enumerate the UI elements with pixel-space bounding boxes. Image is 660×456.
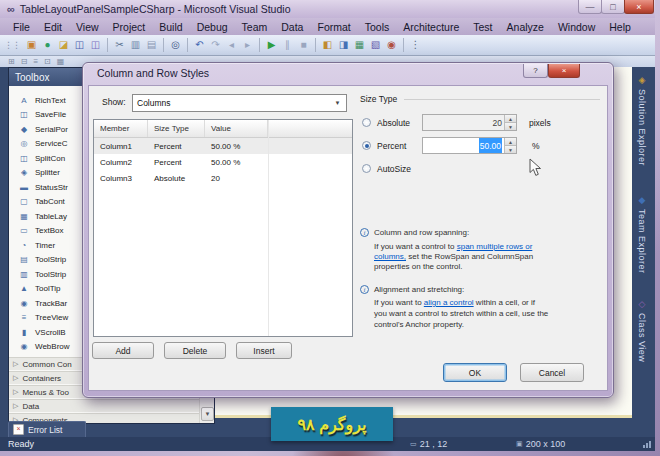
- spin-up-icon[interactable]: ▲: [504, 115, 516, 122]
- menu-format[interactable]: Format: [310, 20, 357, 34]
- menu-tools[interactable]: Tools: [358, 20, 397, 34]
- show-dropdown[interactable]: Columns ▼: [132, 94, 347, 112]
- toolbox-category-data[interactable]: ▷Data: [9, 399, 202, 412]
- toolbox-item-serialport[interactable]: ◆SerialPor: [19, 123, 68, 136]
- navigate-forward-icon[interactable]: ▸: [240, 37, 255, 53]
- absolute-radio[interactable]: [362, 118, 371, 127]
- minimize-button[interactable]: —: [578, 0, 602, 14]
- add-item-icon[interactable]: ●: [40, 37, 55, 53]
- align-left-icon[interactable]: ⊞: [8, 57, 15, 66]
- table-row[interactable]: Column1 Percent 50.00 %: [94, 138, 352, 154]
- new-project-icon[interactable]: ▣: [24, 37, 39, 53]
- snap-grid-icon[interactable]: ⊡: [44, 57, 51, 66]
- tab-class-view[interactable]: ◇ Class View: [631, 299, 653, 362]
- maximize-icon: □: [610, 2, 615, 12]
- toolbox-item-splitter[interactable]: ◈Splitter: [19, 166, 60, 179]
- toolbox-item-vscrollbar[interactable]: ▮VScrollB: [19, 326, 66, 339]
- scroll-down-button[interactable]: ▼: [201, 407, 214, 421]
- error-list-label: Error List: [28, 425, 62, 435]
- open-file-icon[interactable]: ◪: [56, 37, 71, 53]
- paste-icon[interactable]: ▤: [144, 37, 159, 53]
- header-value[interactable]: Value: [205, 120, 268, 137]
- toolbox-item-toolstripcontainer[interactable]: ▥ToolStrip: [19, 268, 66, 281]
- start-debug-icon[interactable]: ▶: [264, 37, 279, 53]
- menu-view[interactable]: View: [69, 20, 106, 34]
- menu-data[interactable]: Data: [274, 20, 310, 34]
- extensions-icon[interactable]: ▧: [368, 37, 383, 53]
- error-list-window-icon[interactable]: ◉: [384, 37, 399, 53]
- maximize-button[interactable]: □: [601, 0, 625, 14]
- layout-grid-icon[interactable]: ▦: [57, 57, 65, 66]
- toolbox-item-tooltip[interactable]: ▲ToolTip: [19, 282, 61, 295]
- spin-down-icon[interactable]: ▼: [504, 122, 516, 130]
- percent-value-spinner[interactable]: 50.00 ▲▼: [422, 137, 517, 154]
- menu-window[interactable]: Window: [551, 20, 602, 34]
- toolbox-item-savefiledialog[interactable]: ◫SaveFile: [19, 108, 66, 121]
- menu-edit[interactable]: Edit: [37, 20, 69, 34]
- menu-analyze[interactable]: Analyze: [500, 20, 551, 34]
- properties-window-icon[interactable]: ◨: [336, 37, 351, 53]
- toolbox-item-trackbar[interactable]: ◉TrackBar: [19, 297, 67, 310]
- menu-architecture[interactable]: Architecture: [396, 20, 466, 34]
- span-rows-columns-link[interactable]: span multiple rows or: [457, 242, 533, 251]
- span-rows-columns-link[interactable]: columns,: [374, 252, 406, 261]
- menu-project[interactable]: Project: [106, 20, 153, 34]
- spin-up-icon[interactable]: ▲: [504, 138, 516, 145]
- menu-team[interactable]: Team: [235, 20, 275, 34]
- redo-icon[interactable]: ↷: [208, 37, 223, 53]
- toolbox-item-statusstrip[interactable]: ▬StatusStr: [19, 181, 68, 194]
- toolbox-item-richtextbox[interactable]: ARichText: [19, 94, 66, 107]
- make-same-size-icon[interactable]: ≡: [33, 57, 38, 66]
- save-icon[interactable]: ◫: [72, 37, 87, 53]
- stop-icon[interactable]: ■: [296, 37, 311, 53]
- toolbox-item-tabcontrol[interactable]: ▢TabCont: [19, 195, 65, 208]
- spinner-arrows[interactable]: ▲▼: [504, 115, 516, 130]
- toolbox-item-servicecontroller[interactable]: ◎ServiceC: [19, 137, 67, 150]
- header-member[interactable]: Member: [94, 120, 148, 137]
- toolbox-item-timer[interactable]: ◔Timer: [19, 239, 55, 252]
- tab-solution-explorer[interactable]: ◈ Solution Explorer: [631, 75, 653, 166]
- dialog-close-button[interactable]: ×: [548, 64, 580, 78]
- pause-icon[interactable]: ∥: [280, 37, 295, 53]
- absolute-value-spinner[interactable]: 20 ▲▼: [422, 114, 517, 131]
- toolbar-drag-handle[interactable]: ⋮⋮: [4, 40, 20, 50]
- undo-icon[interactable]: ↶: [192, 37, 207, 53]
- table-row[interactable]: Column2 Percent 50.00 %: [94, 154, 352, 170]
- header-size-type[interactable]: Size Type: [148, 120, 205, 137]
- insert-button[interactable]: Insert: [236, 342, 292, 359]
- toolbox-item-webbrowser[interactable]: ◉WebBrow: [19, 340, 70, 353]
- toolbox-item-tablelayoutpanel[interactable]: ▦TableLay: [19, 210, 67, 223]
- solution-explorer-icon[interactable]: ◧: [320, 37, 335, 53]
- toolbar-overflow-icon[interactable]: ⋮: [408, 37, 423, 53]
- table-row[interactable]: Column3 Absolute 20: [94, 170, 352, 186]
- find-icon[interactable]: ◎: [168, 37, 183, 53]
- error-list-tab[interactable]: × Error List: [8, 421, 86, 437]
- menu-help[interactable]: Help: [602, 20, 638, 34]
- percent-radio[interactable]: [362, 141, 371, 150]
- menu-build[interactable]: Build: [152, 20, 189, 34]
- toolbox-item-textbox[interactable]: ▭TextBox: [19, 224, 63, 237]
- save-all-icon[interactable]: ◫: [88, 37, 103, 53]
- tab-team-explorer[interactable]: ◆ Team Explorer: [631, 195, 653, 274]
- menu-file[interactable]: File: [6, 20, 37, 34]
- spin-down-icon[interactable]: ▼: [504, 145, 516, 153]
- cancel-button[interactable]: Cancel: [520, 363, 584, 382]
- toolbox-item-toolstrip[interactable]: ▤ToolStrip: [19, 253, 66, 266]
- toolbox-item-splitcontainer[interactable]: ◫SplitCon: [19, 152, 65, 165]
- cut-icon[interactable]: ✂: [112, 37, 127, 53]
- align-control-link[interactable]: align a control: [424, 298, 474, 307]
- dialog-help-button[interactable]: ?: [523, 64, 548, 78]
- menu-debug[interactable]: Debug: [190, 20, 235, 34]
- navigate-back-icon[interactable]: ◂: [224, 37, 239, 53]
- copy-icon[interactable]: ▥: [128, 37, 143, 53]
- add-button[interactable]: Add: [92, 342, 154, 359]
- close-button[interactable]: ×: [624, 0, 654, 14]
- spinner-arrows[interactable]: ▲▼: [504, 138, 516, 153]
- menu-test[interactable]: Test: [466, 20, 499, 34]
- delete-button[interactable]: Delete: [164, 342, 226, 359]
- toolbox-item-treeview[interactable]: ≡TreeView: [19, 311, 68, 324]
- autosize-radio[interactable]: [362, 164, 371, 173]
- ok-button[interactable]: OK: [443, 363, 507, 382]
- align-center-icon[interactable]: ⊟: [21, 57, 28, 66]
- toolbox-window-icon[interactable]: ▦: [352, 37, 367, 53]
